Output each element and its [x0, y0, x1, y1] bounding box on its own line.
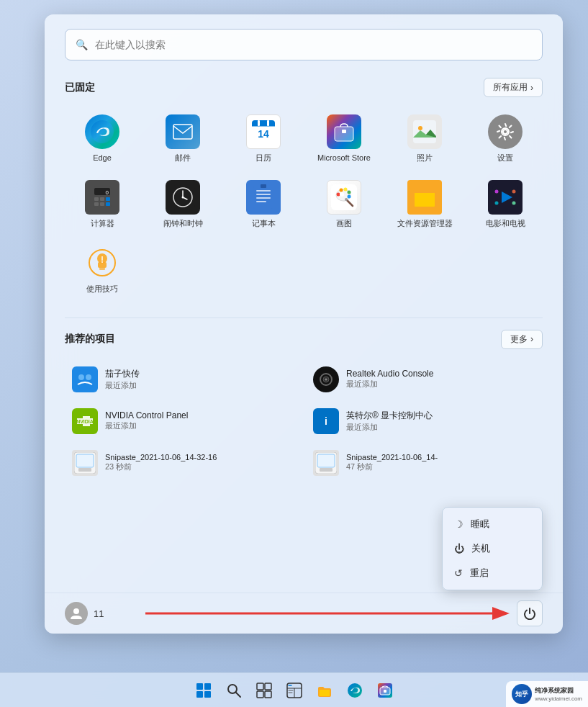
pinned-section-header: 已固定 所有应用 › — [65, 78, 543, 97]
shutdown-button[interactable]: ⏻ 关机 — [443, 536, 542, 561]
user-name: 11 — [94, 608, 104, 619]
taskbar-widgets[interactable] — [280, 676, 309, 705]
search-input[interactable] — [95, 39, 532, 50]
rec-item-qiaozi[interactable]: 茄子快传 最近添加 — [65, 361, 302, 398]
app-label-store: Microsoft Store — [317, 153, 371, 163]
watermark: 知乎 纯净系统家园 www.yidaimei.com — [506, 681, 588, 707]
rec-item-snipaste1[interactable]: Snipaste_2021-10-06_14-32-16 23 秒前 — [65, 444, 302, 482]
rec-name-intel: 英特尔® 显卡控制中心 — [346, 410, 433, 422]
start-menu: 🔍 已固定 所有应用 › — [45, 14, 563, 634]
taskbar-start[interactable] — [189, 676, 218, 705]
taskbar-taskview[interactable] — [250, 676, 279, 705]
all-apps-button[interactable]: 所有应用 › — [484, 78, 543, 97]
bottom-bar: 11 — [45, 593, 563, 634]
svg-rect-59 — [98, 262, 107, 268]
shutdown-label: 关机 — [471, 542, 490, 555]
svg-rect-37 — [256, 197, 271, 199]
taskbar-edge[interactable] — [340, 676, 369, 705]
rec-icon-realtek — [313, 366, 339, 392]
svg-rect-84 — [204, 683, 211, 690]
svg-point-47 — [348, 195, 351, 199]
app-photos[interactable]: 照片 — [387, 109, 462, 168]
sleep-icon: ☽ — [454, 518, 463, 530]
app-label-calendar: 日历 — [255, 153, 271, 163]
search-bar[interactable]: 🔍 — [65, 29, 543, 60]
taskbar-search[interactable] — [220, 676, 248, 705]
svg-point-55 — [512, 190, 516, 194]
power-button[interactable] — [517, 600, 543, 626]
app-label-clock: 闹钟和时钟 — [163, 219, 203, 228]
sleep-button[interactable]: ☽ 睡眠 — [443, 512, 542, 536]
svg-rect-38 — [256, 201, 266, 202]
svg-rect-99 — [384, 690, 386, 693]
app-mail[interactable]: 邮件 — [145, 109, 220, 168]
svg-rect-12 — [413, 120, 436, 143]
more-button[interactable]: 更多 › — [501, 330, 543, 349]
watermark-url: www.yidaimei.com — [535, 695, 582, 702]
app-store[interactable]: Microsoft Store — [307, 109, 381, 168]
taskbar-explorer[interactable] — [310, 676, 339, 705]
svg-text:i: i — [325, 415, 327, 427]
app-label-calculator: 计算器 — [91, 219, 114, 228]
svg-rect-35 — [256, 190, 271, 192]
svg-rect-27 — [100, 202, 104, 206]
rec-item-nvidia[interactable]: NVIDIA NVIDIA Control Panel 最近添加 — [65, 402, 302, 440]
user-section[interactable]: 11 — [65, 602, 104, 625]
rec-sub-realtek: 最近添加 — [346, 379, 433, 389]
svg-rect-79 — [320, 468, 333, 472]
svg-rect-60 — [99, 268, 105, 270]
svg-rect-39 — [261, 184, 266, 188]
pinned-title: 已固定 — [65, 81, 95, 94]
svg-rect-78 — [317, 454, 335, 467]
rec-item-realtek[interactable]: Realtek Audio Console 最近添加 — [306, 361, 543, 398]
recommended-grid: 茄子快传 最近添加 Realtek Audio Console 最近添加 — [65, 361, 543, 482]
rec-item-snipaste2[interactable]: Snipaste_2021-10-06_14- 47 秒前 — [306, 444, 543, 482]
app-notepad[interactable]: 记事本 — [226, 174, 301, 234]
app-label-notepad: 记事本 — [252, 219, 276, 228]
svg-rect-26 — [94, 202, 99, 206]
svg-rect-28 — [106, 202, 110, 206]
sleep-label: 睡眠 — [471, 518, 489, 531]
svg-text:0: 0 — [106, 189, 109, 196]
rec-sub-qiaozi: 最近添加 — [105, 380, 140, 391]
svg-rect-11 — [342, 130, 346, 133]
app-calculator[interactable]: 0 计算器 — [65, 174, 140, 234]
svg-point-69 — [325, 378, 327, 380]
watermark-site: 纯净系统家园 — [535, 686, 582, 695]
svg-rect-24 — [100, 197, 104, 201]
divider-1 — [65, 318, 543, 318]
rec-sub-nvidia: 最近添加 — [105, 420, 188, 431]
svg-point-33 — [182, 197, 184, 199]
app-files[interactable]: 文件资源管理器 — [387, 174, 462, 234]
app-paint[interactable]: 画图 — [307, 174, 381, 234]
svg-text:14: 14 — [258, 128, 269, 140]
svg-rect-9 — [267, 120, 269, 126]
svg-rect-91 — [257, 691, 263, 698]
restart-icon: ↺ — [454, 567, 463, 579]
app-edge[interactable]: Edge — [65, 109, 140, 168]
rec-item-intel[interactable]: i 英特尔® 显卡控制中心 最近添加 — [306, 402, 543, 440]
svg-point-44 — [340, 189, 343, 192]
svg-rect-92 — [265, 691, 271, 698]
app-clock[interactable]: 闹钟和时钟 — [145, 174, 220, 234]
svg-point-13 — [418, 126, 422, 130]
app-calendar[interactable]: 14 日历 — [226, 109, 301, 168]
recommended-section-header: 推荐的项目 更多 › — [65, 330, 543, 349]
rec-name-nvidia: NVIDIA Control Panel — [105, 410, 188, 420]
svg-rect-25 — [106, 197, 110, 201]
svg-rect-8 — [258, 120, 260, 126]
rec-sub-snipaste1: 23 秒前 — [105, 461, 217, 472]
svg-point-43 — [337, 193, 340, 197]
app-label-paint: 画图 — [336, 219, 352, 228]
power-menu: ☽ 睡眠 ⏻ 关机 ↺ 重启 — [442, 507, 543, 590]
restart-button[interactable]: ↺ 重启 — [443, 561, 542, 585]
rec-sub-intel: 最近添加 — [346, 422, 433, 433]
app-movies[interactable]: 电影和电视 — [468, 174, 543, 234]
app-settings[interactable]: 设置 — [468, 109, 543, 168]
svg-point-56 — [512, 202, 516, 205]
taskbar-store[interactable] — [371, 676, 399, 705]
app-tips[interactable]: 使用技巧 — [65, 240, 140, 300]
svg-line-88 — [235, 692, 240, 697]
app-label-tips: 使用技巧 — [86, 284, 118, 294]
app-label-settings: 设置 — [497, 153, 513, 163]
